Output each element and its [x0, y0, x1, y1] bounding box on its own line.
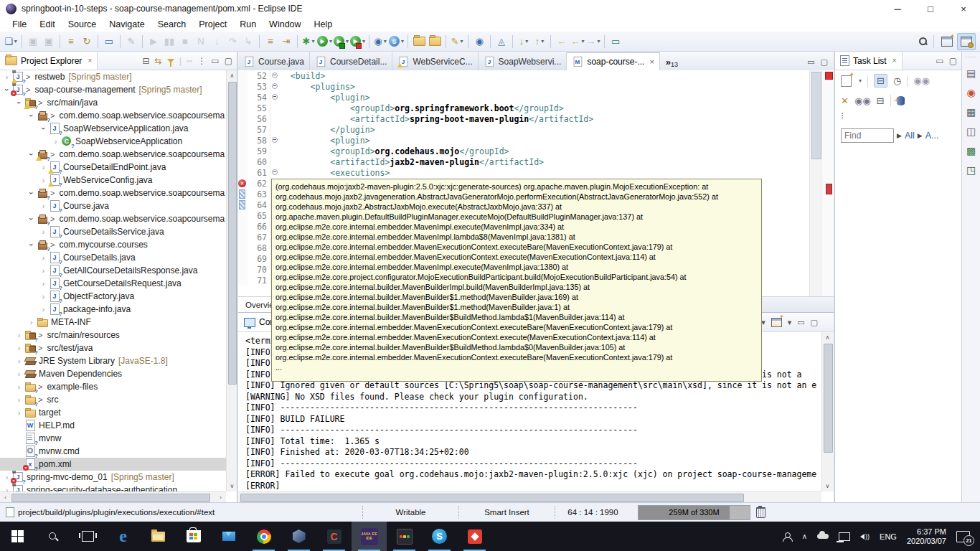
camtasia-taskbar-button[interactable]: C: [316, 522, 352, 551]
dropdown-icon[interactable]: ▾: [582, 38, 585, 44]
back-history-button[interactable]: ←▾: [570, 34, 585, 50]
new-dynamic-web-button[interactable]: ◉▾: [373, 34, 387, 50]
menu-help[interactable]: Help: [308, 19, 339, 30]
project-tree-vertical-scrollbar[interactable]: ∧ ∨: [226, 70, 237, 491]
onedrive-icon[interactable]: [812, 522, 834, 551]
code-line[interactable]: 56 <artifactId>spring-boot-maven-plugin<…: [238, 113, 809, 124]
tree-item[interactable]: ›target: [0, 406, 226, 419]
expand-arrow-icon[interactable]: ›: [27, 318, 36, 326]
debug-button[interactable]: ✱▾: [301, 34, 316, 50]
expand-arrow-icon[interactable]: ›: [2, 486, 11, 491]
tree-item[interactable]: ›?>src/main/java: [0, 96, 226, 109]
maximize-view-button[interactable]: ▢: [949, 56, 957, 66]
editor-tab-soapwebservi-[interactable]: JSoapWebservi...: [479, 52, 567, 70]
dropdown-icon[interactable]: ▾: [401, 38, 404, 44]
build-jar-button[interactable]: ≡: [64, 34, 78, 50]
expand-arrow-icon[interactable]: ›: [27, 215, 36, 224]
expand-arrow-icon[interactable]: ›: [27, 150, 36, 159]
expand-arrow-icon[interactable]: ›: [39, 202, 48, 210]
open-console-icon[interactable]: [771, 318, 782, 327]
clock[interactable]: 6:37 PM 2020/03/07: [902, 522, 951, 551]
skype-taskbar-button[interactable]: S: [422, 522, 457, 551]
forward-history-button[interactable]: →▾: [586, 34, 600, 50]
run-button[interactable]: ▶▾: [317, 34, 332, 50]
scroll-down-icon[interactable]: ∨: [822, 481, 833, 491]
mark-filter-button[interactable]: ⇥: [279, 34, 293, 50]
tree-item[interactable]: ›?>src/test/java: [0, 342, 226, 354]
editor-vertical-scrollbar[interactable]: [809, 70, 821, 296]
tab-overflow-chevron[interactable]: »13: [666, 57, 678, 67]
tree-item[interactable]: ›J?ObjectFactory.java: [0, 290, 226, 303]
scroll-up-icon[interactable]: ∧: [822, 332, 833, 343]
dropdown-icon[interactable]: ▾: [362, 38, 365, 44]
expand-arrow-icon[interactable]: ›: [27, 111, 36, 121]
expand-arrow-icon[interactable]: ›: [14, 344, 24, 352]
show-hidden-icons-chevron[interactable]: ∧: [797, 522, 812, 551]
open-browser-button[interactable]: ◉: [472, 34, 486, 50]
expand-arrow-icon[interactable]: ›: [14, 408, 24, 417]
project-explorer-tab[interactable]: Project Explorer ×: [0, 52, 98, 70]
expand-arrow-icon[interactable]: ›: [14, 357, 24, 365]
javaee-perspective-button[interactable]: [957, 33, 976, 50]
filter-icon[interactable]: [167, 59, 174, 63]
tree-item[interactable]: ›META-INF: [0, 316, 226, 329]
code-line[interactable]: 54 <plugin>: [238, 92, 809, 103]
console-horizontal-scrollbar[interactable]: [238, 491, 821, 502]
start-taskbar-button[interactable]: [0, 522, 35, 551]
update-maven-project-button[interactable]: ↻: [80, 34, 94, 50]
minimize-console-button[interactable]: ▭: [797, 318, 804, 327]
tree-item[interactable]: ›?>com.demo.soap.webservice.soapcoursema: [0, 109, 226, 122]
task-view-taskbar-button[interactable]: [70, 522, 105, 551]
volume-icon[interactable]: )): [855, 522, 875, 551]
tree-item[interactable]: WHELP.md: [0, 419, 226, 432]
expand-arrow-icon[interactable]: ›: [39, 266, 48, 275]
expand-arrow-icon[interactable]: ›: [39, 176, 48, 184]
tree-item[interactable]: ›JM×?>soap-course-management[Spring5 mas…: [0, 83, 226, 96]
search-button[interactable]: [915, 34, 930, 50]
synchronize-icon[interactable]: [897, 96, 905, 105]
code-line[interactable]: 55 <groupId>org.springframework.boot</gr…: [238, 103, 809, 113]
menu-file[interactable]: File: [6, 19, 33, 30]
tree-item[interactable]: ›J?GetAllCourseDetailsResponse.java: [0, 264, 226, 277]
scope-all-link[interactable]: All: [905, 131, 915, 141]
dropdown-icon[interactable]: ▾: [598, 38, 600, 44]
quiz-app-taskbar-button[interactable]: [457, 522, 492, 551]
open-console-button[interactable]: ▭: [102, 34, 116, 50]
menu-project[interactable]: Project: [192, 19, 233, 30]
tree-item[interactable]: ›JRE System Library[JavaSE-1.8]: [0, 354, 226, 367]
task-find-input[interactable]: [841, 128, 894, 143]
new-task-icon[interactable]: [841, 75, 852, 87]
language-indicator[interactable]: ENG: [875, 522, 902, 551]
minimize-view-button[interactable]: ▭: [211, 56, 219, 66]
expand-arrow-icon[interactable]: ›: [27, 189, 36, 198]
expand-arrow-icon[interactable]: ›: [51, 137, 60, 146]
maximize-window-button[interactable]: □: [914, 0, 947, 17]
eclipse-taskbar-button[interactable]: JAVA EEIDE: [352, 522, 387, 551]
close-icon[interactable]: ×: [88, 57, 92, 65]
expand-arrow-icon[interactable]: ›: [3, 85, 11, 95]
fold-marker-icon[interactable]: [270, 135, 281, 146]
scroll-down-icon[interactable]: ∨: [227, 481, 237, 491]
scheduled-view-button[interactable]: ◷: [893, 75, 901, 86]
menu-window[interactable]: Window: [263, 19, 307, 30]
tree-item[interactable]: ›J?CourseDetailEndPoint.java: [0, 161, 226, 174]
coverage-button[interactable]: ▶▾: [350, 34, 365, 50]
tree-item[interactable]: ›J?Course.java: [0, 199, 226, 212]
open-resource-folder-button[interactable]: [412, 34, 426, 50]
file-explorer-taskbar-button[interactable]: [141, 522, 176, 551]
dropdown-icon[interactable]: ▾: [541, 38, 544, 44]
error-marker[interactable]: [825, 72, 833, 80]
tree-item[interactable]: ›JM?spring-security-database-authenticat…: [0, 484, 226, 491]
open-project-folder-button[interactable]: [428, 34, 442, 50]
code-line[interactable]: 58 <plugin>: [238, 135, 809, 146]
tree-item[interactable]: ›C?SoapWebserviceApplication: [0, 135, 226, 148]
code-line[interactable]: 60 <artifactId>jaxb2-maven-plugin</artif…: [238, 156, 809, 167]
palette-view-icon[interactable]: ▩: [965, 144, 978, 157]
scroll-up-icon[interactable]: ∧: [227, 70, 237, 81]
tree-item[interactable]: ›?>src: [0, 393, 226, 406]
menu-edit[interactable]: Edit: [33, 19, 62, 30]
virtualbox-taskbar-button[interactable]: [281, 522, 316, 551]
expand-arrow-icon[interactable]: ›: [27, 240, 36, 250]
link-with-editor-button[interactable]: ⇆: [155, 56, 162, 66]
network-icon[interactable]: [834, 522, 855, 551]
